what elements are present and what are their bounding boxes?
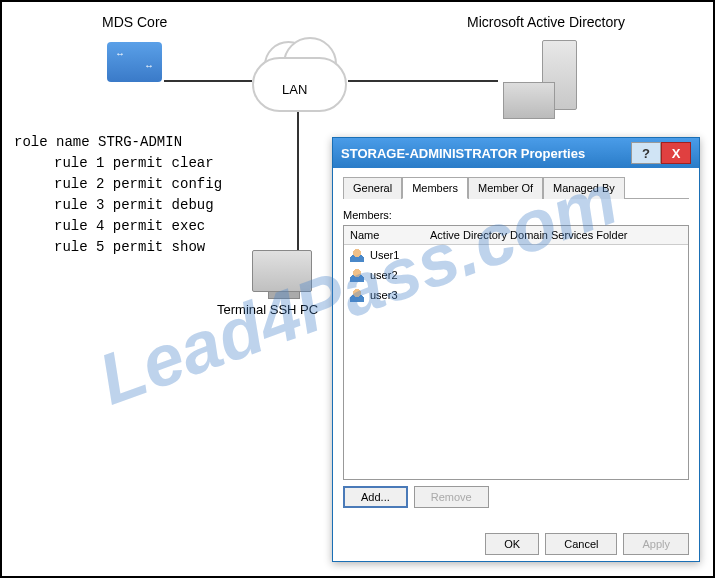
- column-name[interactable]: Name: [350, 229, 430, 241]
- members-listbox[interactable]: Name Active Directory Domain Services Fo…: [343, 225, 689, 480]
- list-item[interactable]: User1: [344, 245, 688, 265]
- config-line: rule 5 permit show: [14, 237, 222, 258]
- mds-switch-icon: [107, 42, 162, 82]
- list-header: Name Active Directory Domain Services Fo…: [344, 226, 688, 245]
- user-icon: [350, 248, 364, 262]
- add-button[interactable]: Add...: [343, 486, 408, 508]
- member-name: user2: [370, 269, 398, 281]
- config-line: rule 1 permit clear: [14, 153, 222, 174]
- link-line: [348, 80, 498, 82]
- member-name: user3: [370, 289, 398, 301]
- config-line: rule 2 permit config: [14, 174, 222, 195]
- remove-button[interactable]: Remove: [414, 486, 489, 508]
- close-button[interactable]: X: [661, 142, 691, 164]
- terminal-ssh-pc-label: Terminal SSH PC: [217, 302, 318, 317]
- members-label: Members:: [343, 209, 689, 221]
- apply-button[interactable]: Apply: [623, 533, 689, 555]
- dialog-titlebar[interactable]: STORAGE-ADMINISTRATOR Properties ? X: [333, 138, 699, 168]
- config-line: rule 3 permit debug: [14, 195, 222, 216]
- list-item[interactable]: user2: [344, 265, 688, 285]
- member-name: User1: [370, 249, 399, 261]
- tab-strip: General Members Member Of Managed By: [343, 176, 689, 199]
- list-item[interactable]: user3: [344, 285, 688, 305]
- config-line: rule 4 permit exec: [14, 216, 222, 237]
- properties-dialog: STORAGE-ADMINISTRATOR Properties ? X Gen…: [332, 137, 700, 562]
- tab-member-of[interactable]: Member Of: [468, 177, 543, 199]
- link-line: [297, 112, 299, 250]
- ad-server-icon: [542, 40, 577, 110]
- cancel-button[interactable]: Cancel: [545, 533, 617, 555]
- help-button[interactable]: ?: [631, 142, 661, 164]
- column-folder[interactable]: Active Directory Domain Services Folder: [430, 229, 682, 241]
- tab-general[interactable]: General: [343, 177, 402, 199]
- user-icon: [350, 268, 364, 282]
- config-line: role name STRG-ADMIN: [14, 132, 222, 153]
- user-icon: [350, 288, 364, 302]
- ms-active-directory-label: Microsoft Active Directory: [467, 14, 625, 30]
- link-line: [164, 80, 252, 82]
- lan-label: LAN: [282, 82, 307, 97]
- ok-button[interactable]: OK: [485, 533, 539, 555]
- tab-members[interactable]: Members: [402, 177, 468, 199]
- dialog-title: STORAGE-ADMINISTRATOR Properties: [341, 146, 585, 161]
- mds-core-label: MDS Core: [102, 14, 167, 30]
- tab-managed-by[interactable]: Managed By: [543, 177, 625, 199]
- terminal-pc-icon: [252, 250, 312, 292]
- role-config-block: role name STRG-ADMIN rule 1 permit clear…: [14, 132, 222, 258]
